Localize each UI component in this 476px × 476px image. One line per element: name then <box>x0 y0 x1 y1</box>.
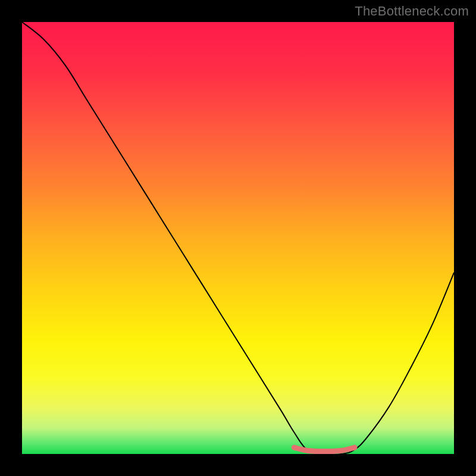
plot-area <box>22 22 454 454</box>
watermark-label: TheBottleneck.com <box>355 4 469 19</box>
chart-frame: TheBottleneck.com <box>0 0 476 476</box>
chart-curve <box>22 22 454 454</box>
sweet-spot-band-path <box>294 447 355 452</box>
bottleneck-curve-path <box>22 22 454 454</box>
